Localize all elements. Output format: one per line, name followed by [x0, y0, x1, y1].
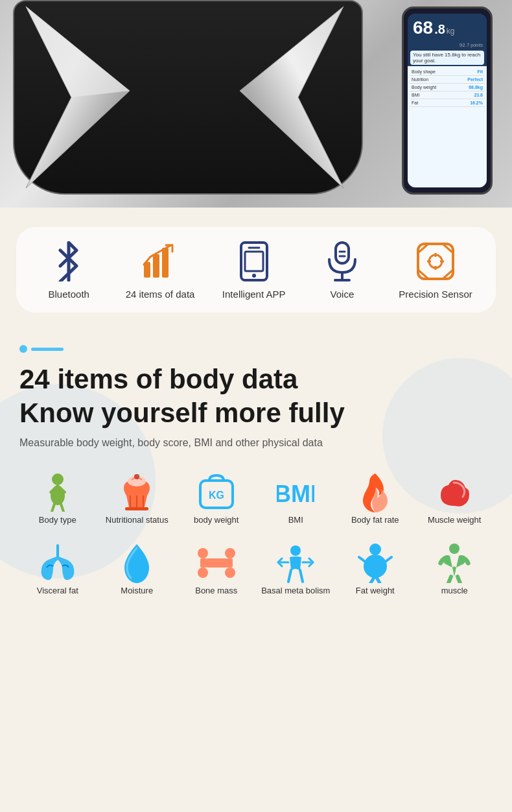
svg-rect-5: [162, 248, 169, 278]
muscle-arm-icon: [436, 475, 473, 510]
fat-weight-label: Fat weight: [356, 586, 395, 597]
svg-point-44: [198, 567, 208, 578]
fat-person-icon: [358, 545, 393, 580]
svg-rect-10: [336, 243, 349, 263]
basal-icon: [277, 545, 314, 580]
phone-row: Body weight68.8kg: [410, 84, 485, 91]
feature-sensor: Precision Sensor: [399, 243, 472, 300]
section-title-line2: Know yourself more fully: [19, 398, 493, 428]
svg-point-60: [449, 543, 460, 554]
body-type-label: Body type: [39, 515, 76, 526]
svg-point-9: [252, 274, 256, 278]
data-item-visceral-fat: Visceral fat: [19, 539, 96, 603]
svg-text:KG: KG: [209, 490, 224, 501]
svg-point-54: [369, 543, 381, 555]
svg-point-25: [52, 473, 64, 485]
svg-line-29: [52, 504, 54, 512]
svg-point-43: [198, 548, 208, 558]
accent-line: [31, 348, 64, 351]
nutritional-label: Nutritional status: [106, 515, 169, 526]
section-title-line1: 24 items of body data: [19, 364, 493, 394]
visceral-fat-label: Visceral fat: [37, 586, 78, 597]
feature-data-label: 24 items of data: [126, 289, 195, 300]
svg-line-58: [359, 557, 364, 561]
mic-icon: [326, 243, 358, 280]
data-item-bone-mass: Bone mass: [178, 539, 255, 603]
data-item-fat-weight: Fat weight: [337, 539, 413, 603]
phone-row: Body shapeFit: [410, 68, 485, 76]
feature-bluetooth: Bluetooth: [40, 243, 98, 300]
data-item-body-fat: Body fat rate: [337, 468, 413, 532]
svg-rect-37: [125, 507, 148, 510]
basal-label: Basal meta bolism: [261, 586, 330, 597]
svg-text:BMI: BMI: [277, 481, 314, 507]
section-accent: [19, 345, 493, 353]
body-data-section: 24 items of body data Know yourself more…: [0, 332, 512, 623]
muscle-body-icon: [434, 545, 474, 580]
body-fat-label: Body fat rate: [351, 515, 399, 526]
svg-line-30: [61, 504, 64, 512]
scale-logo-right: [233, 0, 350, 195]
data-item-bmi: BMI BMI: [258, 468, 334, 532]
phone-row: Fat16.2%: [410, 99, 485, 107]
phone-weight: 68: [413, 18, 433, 38]
feature-voice-label: Voice: [331, 289, 355, 300]
svg-line-50: [288, 570, 291, 582]
svg-line-62: [458, 577, 460, 583]
phone-goal-text: You still have 15.8kg to reach your goal…: [410, 51, 484, 65]
svg-marker-2: [240, 6, 343, 188]
svg-line-51: [300, 570, 303, 582]
features-section: Bluetooth 24 items of data: [0, 208, 512, 332]
svg-line-61: [448, 577, 451, 583]
svg-point-46: [225, 567, 235, 578]
svg-marker-1: [26, 6, 130, 97]
hero-section: 68 .8 kg 92.7 points You still have 15.8…: [0, 0, 512, 208]
body-type-icon: [41, 475, 74, 510]
nutritional-icon: [119, 475, 155, 510]
phone-mockup: 68 .8 kg 92.7 points You still have 15.8…: [402, 6, 493, 195]
svg-rect-48: [226, 558, 233, 567]
feature-voice: Voice: [313, 243, 371, 300]
data-item-muscle-weight: Muscle weight: [417, 468, 493, 532]
lungs-icon: [38, 545, 78, 580]
muscle-weight-label: Muscle weight: [428, 515, 481, 526]
drop-icon: [122, 545, 152, 580]
scale-logo-left: [19, 0, 136, 195]
section-subtitle: Measurable body weight, body score, BMI …: [19, 437, 493, 449]
phone-score: 92.7 points: [408, 41, 487, 49]
svg-rect-42: [205, 558, 227, 567]
svg-rect-8: [245, 252, 263, 271]
data-item-moisture: Moisture: [99, 539, 176, 603]
flame-icon: [359, 475, 391, 510]
bluetooth-icon: [52, 243, 86, 280]
feature-data: 24 items of data: [126, 243, 195, 300]
svg-rect-47: [200, 558, 207, 567]
feature-sensor-label: Precision Sensor: [399, 289, 472, 300]
bmi-label: BMI: [288, 515, 303, 526]
data-item-muscle: muscle: [417, 539, 493, 603]
phone-icon: [240, 243, 268, 280]
phone-row: NutritionPerfect: [410, 76, 485, 84]
data-item-body-weight: KG body weight: [178, 468, 255, 532]
feature-bluetooth-label: Bluetooth: [49, 289, 89, 300]
bmi-icon: BMI: [277, 475, 314, 510]
accent-dot: [19, 345, 27, 353]
phone-data-rows: Body shapeFit NutritionPerfect Body weig…: [408, 66, 487, 187]
muscle-label: muscle: [441, 586, 468, 597]
feature-app: Intelligent APP: [222, 243, 286, 300]
data-item-basal: Basal meta bolism: [258, 539, 334, 603]
data-grid: Body type: [19, 468, 493, 603]
data-item-body-type: Body type: [19, 468, 96, 532]
features-card: Bluetooth 24 items of data: [16, 227, 496, 313]
svg-point-49: [290, 545, 301, 556]
bone-mass-label: Bone mass: [195, 586, 237, 597]
body-weight-label: body weight: [194, 515, 239, 526]
sensor-icon: [415, 243, 456, 280]
moisture-label: Moisture: [121, 586, 153, 597]
feature-app-label: Intelligent APP: [222, 289, 286, 300]
scale-kg-icon: KG: [198, 475, 235, 510]
bone-icon: [196, 545, 237, 580]
svg-point-45: [225, 548, 235, 558]
phone-row: BMI23.8: [410, 91, 485, 99]
data-item-nutritional: Nutritional status: [99, 468, 176, 532]
